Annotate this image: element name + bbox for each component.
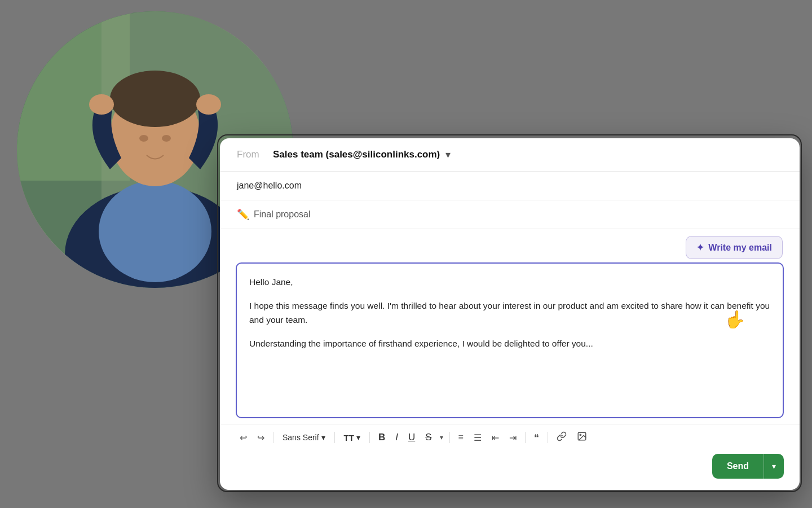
to-row: jane@hello.com — [220, 172, 800, 200]
ordered-list-button[interactable]: ≡ — [454, 430, 467, 445]
svg-point-7 — [89, 94, 114, 115]
toolbar-separator-1 — [273, 432, 273, 443]
subject-row: ✏️ Final proposal — [220, 200, 800, 229]
italic-button[interactable]: I — [391, 430, 402, 445]
svg-point-6 — [110, 71, 200, 127]
font-size-icon: TT — [344, 433, 354, 443]
image-button[interactable] — [573, 429, 591, 446]
toolbar-separator-3 — [369, 432, 370, 443]
ai-button-row: ✦ Write my email — [220, 229, 800, 262]
from-row: From Sales team (sales@siliconlinks.com)… — [220, 138, 800, 172]
strikethrough-chevron[interactable]: ▾ — [438, 431, 445, 444]
font-size-selector[interactable]: TT ▾ — [339, 431, 365, 445]
blockquote-button[interactable]: ❝ — [530, 430, 543, 445]
from-selector[interactable]: Sales team (sales@siliconlinks.com) ▾ — [273, 148, 451, 161]
send-button[interactable]: Send — [712, 454, 764, 479]
indent-increase-button[interactable]: ⇥ — [505, 430, 520, 445]
svg-point-12 — [580, 434, 581, 435]
svg-point-10 — [162, 135, 171, 142]
email-body-text: Hello Jane, I hope this message finds yo… — [249, 275, 770, 351]
toolbar-separator-2 — [334, 432, 335, 443]
from-value: Sales team (sales@siliconlinks.com) — [273, 149, 440, 160]
font-family-chevron: ▾ — [321, 433, 325, 442]
body-paragraph1: I hope this message finds you well. I'm … — [249, 299, 770, 327]
svg-point-8 — [196, 94, 221, 115]
chevron-down-icon: ▾ — [445, 148, 451, 161]
pencil-icon: ✏️ — [237, 208, 249, 221]
email-body-container[interactable]: Hello Jane, I hope this message finds yo… — [236, 262, 784, 418]
link-icon — [557, 431, 567, 441]
body-greeting: Hello Jane, — [249, 275, 770, 290]
strikethrough-button[interactable]: S — [421, 430, 435, 445]
body-paragraph2: Understanding the importance of firsthan… — [249, 336, 770, 351]
subject-value[interactable]: Final proposal — [254, 209, 311, 220]
send-dropdown-icon: ▾ — [772, 462, 776, 471]
write-my-email-button[interactable]: ✦ Write my email — [686, 236, 783, 259]
editor-toolbar: ↩ ↪ Sans Serif ▾ TT ▾ B I U S ▾ ≡ ☰ ⇤ — [220, 424, 800, 452]
font-family-label: Sans Serif — [283, 433, 319, 442]
redo-button[interactable]: ↪ — [253, 430, 268, 445]
write-my-email-label: Write my email — [708, 243, 772, 253]
toolbar-separator-6 — [548, 432, 548, 443]
to-value[interactable]: jane@hello.com — [237, 181, 302, 191]
undo-button[interactable]: ↩ — [236, 430, 251, 445]
send-button-group: Send ▾ — [712, 454, 784, 479]
toolbar-separator-5 — [525, 432, 526, 443]
indent-decrease-button[interactable]: ⇤ — [488, 430, 503, 445]
bottom-bar: Send ▾ — [220, 452, 800, 490]
svg-point-4 — [99, 181, 211, 282]
svg-point-9 — [139, 135, 148, 142]
unordered-list-button[interactable]: ☰ — [470, 430, 486, 445]
image-icon — [577, 431, 587, 441]
bold-button[interactable]: B — [374, 430, 389, 445]
toolbar-separator-4 — [449, 432, 450, 443]
font-size-chevron: ▾ — [356, 433, 360, 442]
send-dropdown-button[interactable]: ▾ — [764, 454, 784, 479]
sparkle-icon: ✦ — [696, 242, 704, 253]
from-label: From — [237, 149, 264, 160]
font-family-selector[interactable]: Sans Serif ▾ — [278, 431, 330, 444]
underline-button[interactable]: U — [404, 430, 419, 445]
compose-modal: From Sales team (sales@siliconlinks.com)… — [220, 138, 800, 490]
link-button[interactable] — [553, 429, 571, 446]
